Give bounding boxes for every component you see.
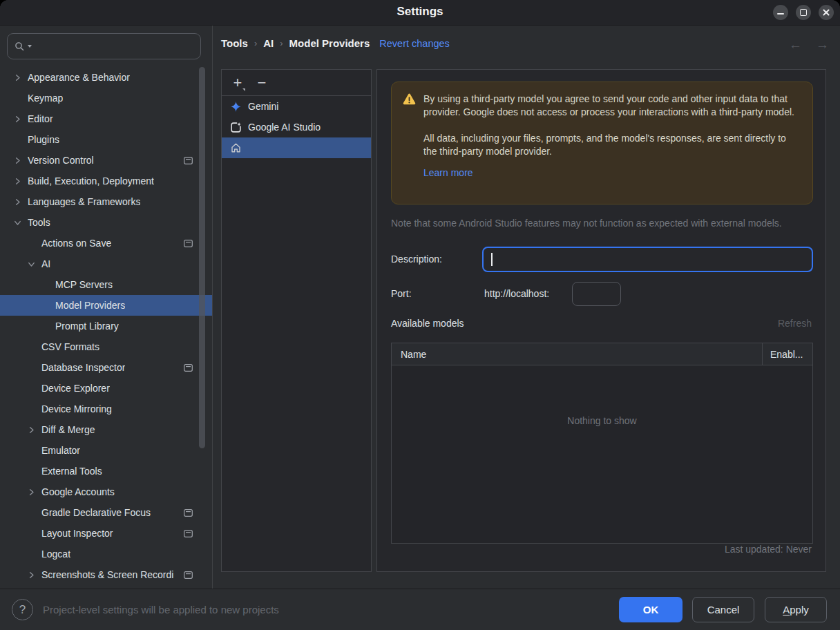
titlebar: Settings bbox=[0, 0, 840, 26]
sidebar-item-build-execution-deployment[interactable]: Build, Execution, Deployment bbox=[0, 171, 212, 191]
sidebar-item-logcat[interactable]: Logcat bbox=[0, 544, 212, 564]
sidebar-item-label: Google Accounts bbox=[41, 486, 115, 497]
provider-toolbar: + − bbox=[222, 70, 371, 96]
main-area: Tools›AI›Model ProvidersRevert changes ←… bbox=[213, 26, 840, 589]
sidebar-item-label: Database Inspector bbox=[41, 362, 125, 373]
port-input[interactable] bbox=[572, 282, 621, 306]
cancel-button[interactable]: Cancel bbox=[692, 597, 754, 622]
sidebar-item-label: Layout Inspector bbox=[41, 528, 113, 539]
sidebar-item-appearance-behavior[interactable]: Appearance & Behavior bbox=[0, 67, 212, 88]
description-input[interactable] bbox=[482, 247, 813, 272]
chevron-right-icon[interactable] bbox=[12, 73, 22, 82]
breadcrumb-separator-icon: › bbox=[254, 38, 257, 48]
sidebar-item-csv-formats[interactable]: CSV Formats bbox=[0, 336, 212, 357]
apply-button[interactable]: Apply bbox=[765, 597, 827, 622]
sidebar-item-label: Plugins bbox=[28, 134, 59, 145]
close-icon bbox=[822, 8, 830, 17]
sidebar-item-label: Actions on Save bbox=[41, 238, 111, 249]
sidebar-item-label: Diff & Merge bbox=[41, 424, 95, 435]
gemini-icon bbox=[230, 101, 242, 113]
screen-icon bbox=[184, 364, 193, 372]
sidebar-item-mcp-servers[interactable]: MCP Servers bbox=[0, 274, 212, 295]
sidebar-scrollbar[interactable] bbox=[199, 67, 205, 448]
provider-list: GeminiGoogle AI Studio bbox=[222, 96, 371, 158]
breadcrumb-tools[interactable]: Tools bbox=[221, 37, 248, 49]
sidebar-item-label: Tools bbox=[28, 217, 50, 228]
home-icon bbox=[230, 142, 242, 153]
revert-changes-link[interactable]: Revert changes bbox=[379, 38, 450, 49]
history-nav: ← → bbox=[789, 38, 829, 51]
help-button[interactable]: ? bbox=[12, 599, 33, 620]
third-party-warning-banner: By using a third-party model you agree t… bbox=[391, 82, 813, 204]
column-header-name[interactable]: Name bbox=[392, 343, 763, 365]
sidebar-item-label: Gradle Declarative Focus bbox=[41, 507, 151, 518]
chevron-right-icon[interactable] bbox=[26, 571, 36, 580]
chevron-right-icon[interactable] bbox=[26, 426, 36, 435]
sidebar-item-model-providers[interactable]: Model Providers bbox=[0, 295, 212, 316]
sidebar-item-version-control[interactable]: Version Control bbox=[0, 150, 212, 171]
search-input[interactable] bbox=[33, 40, 193, 52]
sidebar-item-layout-inspector[interactable]: Layout Inspector bbox=[0, 523, 212, 544]
provider-item-google-ai-studio[interactable]: Google AI Studio bbox=[222, 117, 371, 137]
remove-provider-button[interactable]: − bbox=[255, 75, 269, 90]
sidebar-item-languages-frameworks[interactable]: Languages & Frameworks bbox=[0, 191, 212, 212]
project-settings-hint: Project-level settings will be applied t… bbox=[43, 604, 279, 615]
chevron-right-icon[interactable] bbox=[12, 198, 22, 207]
screen-icon bbox=[184, 509, 193, 517]
sidebar-item-device-explorer[interactable]: Device Explorer bbox=[0, 378, 212, 399]
provider-detail-panel: By using a third-party model you agree t… bbox=[376, 69, 826, 572]
models-table-header: NameEnabl... bbox=[392, 343, 812, 365]
warning-icon bbox=[403, 93, 416, 204]
close-button[interactable] bbox=[819, 5, 834, 20]
sidebar-item-database-inspector[interactable]: Database Inspector bbox=[0, 357, 212, 378]
port-prefix: http://localhost: bbox=[484, 288, 549, 299]
sidebar-item-emulator[interactable]: Emulator bbox=[0, 440, 212, 461]
sidebar-item-tools[interactable]: Tools bbox=[0, 212, 212, 233]
search-options-chevron-icon[interactable] bbox=[28, 45, 32, 48]
provider-item-label: Google AI Studio bbox=[248, 122, 321, 133]
sidebar-item-external-tools[interactable]: External Tools bbox=[0, 461, 212, 481]
sidebar-item-ai[interactable]: AI bbox=[0, 254, 212, 274]
provider-item-gemini[interactable]: Gemini bbox=[222, 96, 371, 117]
port-label: Port: bbox=[391, 288, 412, 299]
sidebar-item-label: External Tools bbox=[41, 466, 102, 477]
screen-icon bbox=[184, 571, 193, 579]
learn-more-link[interactable]: Learn more bbox=[423, 167, 473, 178]
chevron-down-icon[interactable] bbox=[26, 260, 36, 269]
sidebar-item-device-mirroring[interactable]: Device Mirroring bbox=[0, 399, 212, 419]
chevron-right-icon[interactable] bbox=[12, 156, 22, 165]
warning-text: By using a third-party model you agree t… bbox=[423, 93, 800, 204]
breadcrumb-model-providers[interactable]: Model Providers bbox=[289, 37, 370, 49]
sidebar-item-gradle-declarative-focus[interactable]: Gradle Declarative Focus bbox=[0, 502, 212, 523]
search-box[interactable] bbox=[7, 33, 201, 59]
breadcrumb-ai[interactable]: AI bbox=[263, 37, 274, 49]
sidebar-item-editor[interactable]: Editor bbox=[0, 108, 212, 129]
sidebar-item-label: Screenshots & Screen Recordi bbox=[41, 569, 173, 580]
chevron-down-icon[interactable] bbox=[12, 218, 22, 227]
minimize-button[interactable] bbox=[773, 5, 788, 20]
sidebar-item-label: CSV Formats bbox=[41, 341, 99, 352]
refresh-button[interactable]: Refresh bbox=[778, 318, 812, 329]
sidebar-item-screenshots-screen-recordi[interactable]: Screenshots & Screen Recordi bbox=[0, 564, 212, 585]
sidebar-item-prompt-library[interactable]: Prompt Library bbox=[0, 316, 212, 336]
sidebar-item-keymap[interactable]: Keymap bbox=[0, 88, 212, 108]
sidebar-item-actions-on-save[interactable]: Actions on Save bbox=[0, 233, 212, 254]
window-title: Settings bbox=[0, 5, 840, 19]
forward-arrow-icon[interactable]: → bbox=[816, 38, 829, 51]
add-provider-button[interactable]: + bbox=[231, 75, 245, 90]
sidebar-item-diff-merge[interactable]: Diff & Merge bbox=[0, 419, 212, 440]
chevron-right-icon[interactable] bbox=[26, 488, 36, 497]
chevron-right-icon[interactable] bbox=[12, 115, 22, 124]
available-models-heading: Available models bbox=[391, 318, 464, 329]
ok-button[interactable]: OK bbox=[619, 597, 682, 622]
breadcrumb: Tools›AI›Model ProvidersRevert changes bbox=[221, 37, 450, 49]
sidebar-item-google-accounts[interactable]: Google Accounts bbox=[0, 481, 212, 502]
back-arrow-icon[interactable]: ← bbox=[789, 38, 802, 51]
description-label: Description: bbox=[391, 254, 442, 265]
text-caret bbox=[491, 253, 493, 266]
column-header-enabled[interactable]: Enabl... bbox=[763, 343, 812, 365]
chevron-right-icon[interactable] bbox=[12, 177, 22, 186]
maximize-button[interactable] bbox=[796, 5, 811, 20]
provider-item-new[interactable] bbox=[222, 137, 371, 158]
sidebar-item-plugins[interactable]: Plugins bbox=[0, 129, 212, 150]
